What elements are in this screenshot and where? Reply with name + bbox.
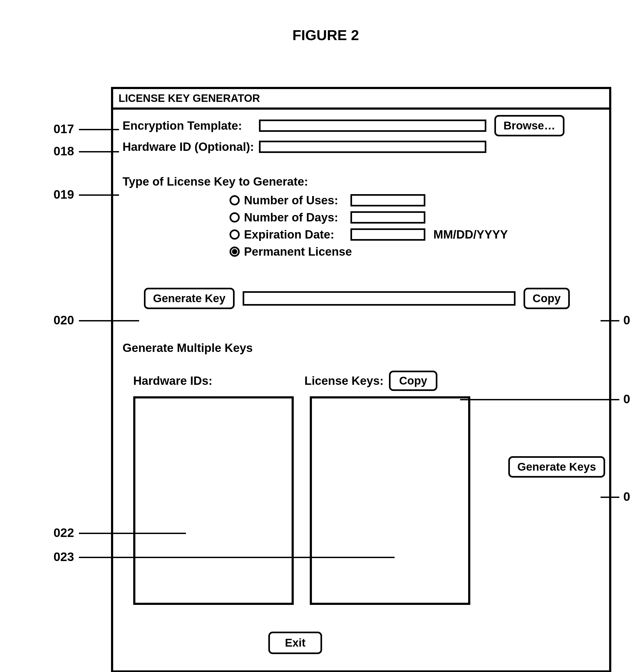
radio-expiration-label: Expiration Date: [244, 228, 346, 241]
callout-017: 017 [53, 122, 74, 136]
encryption-template-label: Encryption Template: [122, 119, 259, 133]
callout-020: 020 [53, 313, 74, 327]
callout-023: 023 [53, 550, 74, 564]
exit-button[interactable]: Exit [268, 632, 322, 654]
license-keys-textarea[interactable] [310, 396, 470, 605]
copy-keys-button[interactable]: Copy [389, 370, 437, 391]
hardware-ids-column-label: Hardware IDs: [133, 374, 304, 387]
days-input[interactable] [350, 211, 425, 223]
multiple-section-title: Generate Multiple Keys [122, 341, 600, 355]
window-title: LICENSE KEY GENERATOR [113, 89, 609, 110]
radio-days[interactable] [230, 212, 240, 222]
radio-permanent-label: Permanent License [244, 245, 352, 258]
app-window: LICENSE KEY GENERATOR Encryption Templat… [111, 87, 611, 672]
browse-button[interactable]: Browse… [494, 115, 564, 136]
license-type-section-label: Type of License Key to Generate: [122, 175, 600, 188]
callout-025: 025 [623, 489, 630, 504]
hardware-ids-textarea[interactable] [133, 396, 294, 605]
generate-key-button[interactable]: Generate Key [144, 288, 235, 309]
callout-022: 022 [53, 525, 74, 540]
copy-key-button[interactable]: Copy [523, 288, 570, 309]
callout-019: 019 [53, 187, 74, 201]
expiration-hint: MM/DD/YYYY [434, 228, 508, 241]
expiration-input[interactable] [350, 229, 425, 241]
radio-uses-label: Number of Uses: [244, 194, 346, 207]
figure-title: FIGURE 2 [11, 27, 630, 43]
uses-input[interactable] [350, 194, 425, 207]
callout-024: 024 [623, 392, 630, 406]
callout-021: 021 [623, 313, 630, 327]
radio-days-label: Number of Days: [244, 211, 346, 224]
generate-keys-button[interactable]: Generate Keys [508, 456, 605, 478]
license-keys-column-label: License Keys: [304, 374, 383, 387]
encryption-template-input[interactable] [259, 120, 486, 132]
hardware-id-label: Hardware ID (Optional): [122, 140, 259, 153]
radio-expiration[interactable] [230, 230, 240, 240]
radio-uses[interactable] [230, 195, 240, 206]
generated-key-output[interactable] [243, 291, 515, 306]
hardware-id-input[interactable] [259, 141, 486, 153]
radio-permanent[interactable] [230, 246, 240, 257]
callout-018: 018 [53, 144, 74, 158]
